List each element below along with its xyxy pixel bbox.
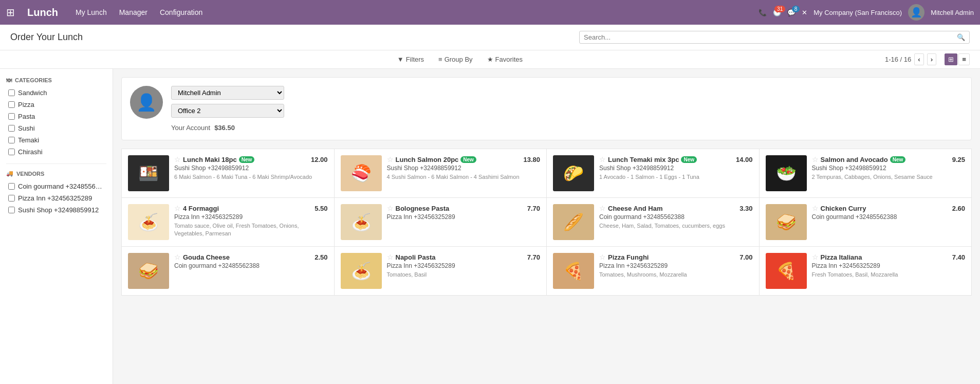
product-vendor: Sushi Shop +32498859912 (599, 164, 753, 172)
favorite-star-icon[interactable]: ☆ (812, 155, 819, 163)
product-card[interactable]: 🍝 ☆ 4 Formaggi 5.50 Pizza Inn +324563252… (122, 198, 334, 246)
product-vendor: Sushi Shop +32498859912 (812, 164, 966, 172)
view-toggle: ⊞ ≡ (945, 53, 970, 65)
favorite-star-icon[interactable]: ☆ (174, 155, 181, 163)
vendor-checkbox[interactable] (8, 207, 15, 213)
account-balance: $36.50 (214, 124, 235, 132)
product-card[interactable]: 🌮 ☆ Lunch Temaki mix 3pc New 14.00 Sushi… (547, 149, 759, 197)
product-card[interactable]: 🍱 ☆ Lunch Maki 18pc New 12.00 Sushi Shop… (122, 149, 334, 197)
groupby-button[interactable]: ≡ Group By (435, 54, 476, 65)
product-image: 🌮 (553, 155, 594, 191)
message-icon[interactable]: 💬 8 (787, 9, 796, 16)
category-label: Pasta (18, 113, 35, 120)
category-item-temaki[interactable]: Temaki (6, 135, 106, 145)
product-card[interactable]: 🥪 ☆ Chicken Curry 2.60 Coin gourmand +32… (760, 198, 972, 246)
product-description: 4 Sushi Salmon - 6 Maki Salmon - 4 Sashi… (387, 173, 541, 181)
app-grid-icon[interactable]: ⊞ (6, 6, 15, 19)
favorite-star-icon[interactable]: ☆ (599, 253, 606, 261)
product-vendor: Pizza Inn +32456325289 (387, 262, 541, 269)
category-item-pasta[interactable]: Pasta (6, 111, 106, 122)
favorite-star-icon[interactable]: ☆ (174, 253, 181, 261)
favorite-star-icon[interactable]: ☆ (174, 204, 181, 212)
list-view-button[interactable]: ≡ (958, 53, 970, 65)
product-header: ☆ Cheese And Ham 3.30 (599, 204, 753, 212)
phone-icon[interactable]: 📞 (759, 9, 767, 16)
category-item-sushi[interactable]: Sushi (6, 123, 106, 134)
category-item-pizza[interactable]: Pizza (6, 99, 106, 110)
product-card[interactable]: 🍕 ☆ Pizza Funghi 7.00 Pizza Inn +3245632… (547, 247, 759, 295)
favorite-star-icon[interactable]: ☆ (599, 204, 606, 212)
menu-manager[interactable]: Manager (114, 5, 153, 20)
product-image: 🍕 (766, 253, 807, 289)
favorite-star-icon[interactable]: ☆ (387, 253, 394, 261)
product-price: 12.00 (311, 156, 328, 163)
vendor-checkbox[interactable] (8, 195, 15, 202)
product-card[interactable]: 🍕 ☆ Pizza Italiana 7.40 Pizza Inn +32456… (760, 247, 972, 295)
product-header: ☆ Salmon and Avocado New 9.25 (812, 155, 966, 163)
product-price: 9.25 (952, 156, 965, 163)
favorite-star-icon[interactable]: ☆ (812, 253, 819, 261)
category-checkbox[interactable] (8, 113, 15, 120)
product-info: ☆ Pizza Funghi 7.00 Pizza Inn +324563252… (599, 253, 753, 279)
category-item-sandwich[interactable]: Sandwich (6, 87, 106, 98)
vendor-item-2[interactable]: Sushi Shop +32498859912 (6, 205, 106, 215)
search-icon[interactable]: 🔍 (957, 33, 965, 41)
menu-my-lunch[interactable]: My Lunch (70, 5, 112, 20)
favorite-star-icon[interactable]: ☆ (387, 155, 394, 163)
categories-list: SandwichPizzaPastaSushiTemakiChirashi (6, 87, 106, 157)
app-brand: Lunch (27, 7, 58, 19)
search-input[interactable] (584, 33, 957, 41)
product-card[interactable]: 🥗 ☆ Salmon and Avocado New 9.25 Sushi Sh… (760, 149, 972, 197)
location-select[interactable]: Office 2 (171, 104, 284, 118)
product-description: Cheese, Ham, Salad, Tomatoes, cucumbers,… (599, 222, 753, 230)
product-price: 3.30 (739, 205, 752, 212)
favorites-button[interactable]: ★ Favorites (484, 54, 526, 65)
vendor-icon: 🚚 (6, 170, 13, 177)
filters-button[interactable]: ▼ Filters (394, 54, 427, 65)
product-card[interactable]: 🥪 ☆ Gouda Cheese 2.50 Coin gourmand +324… (122, 247, 334, 295)
menu-configuration[interactable]: Configuration (155, 5, 208, 20)
category-label: Chirashi (18, 148, 43, 156)
user-avatar[interactable]: 👤 (908, 4, 924, 21)
favorite-star-icon[interactable]: ☆ (812, 204, 819, 212)
product-grid: 🍱 ☆ Lunch Maki 18pc New 12.00 Sushi Shop… (122, 149, 971, 295)
top-navigation: ⊞ Lunch My Lunch Manager Configuration 📞… (0, 0, 980, 25)
next-page-button[interactable]: › (927, 53, 936, 65)
product-card[interactable]: 🥖 ☆ Cheese And Ham 3.30 Coin gourmand +3… (547, 198, 759, 246)
product-vendor: Pizza Inn +32456325289 (599, 262, 753, 269)
product-card[interactable]: 🍣 ☆ Lunch Salmon 20pc New 13.80 Sushi Sh… (335, 149, 547, 197)
product-card[interactable]: 🍝 ☆ Napoli Pasta 7.70 Pizza Inn +3245632… (335, 247, 547, 295)
vendor-item-0[interactable]: Coin gourmand +3248556… (6, 181, 106, 192)
vendor-item-1[interactable]: Pizza Inn +32456325289 (6, 193, 106, 204)
grid-view-button[interactable]: ⊞ (945, 53, 957, 65)
product-info: ☆ Salmon and Avocado New 9.25 Sushi Shop… (812, 155, 966, 181)
product-image: 🥖 (553, 204, 594, 240)
favorite-star-icon[interactable]: ☆ (599, 155, 606, 163)
category-checkbox[interactable] (8, 125, 15, 132)
product-card[interactable]: 🍝 ☆ Bolognese Pasta 7.70 Pizza Inn +3245… (335, 198, 547, 246)
product-vendor: Sushi Shop +32498859912 (174, 164, 328, 172)
product-name: Pizza Italiana (821, 253, 862, 261)
category-checkbox[interactable] (8, 101, 15, 108)
product-name: 4 Formaggi (183, 205, 219, 212)
product-price: 7.00 (739, 253, 752, 261)
product-price: 2.60 (952, 205, 965, 212)
close-icon[interactable]: ✕ (802, 9, 807, 16)
category-item-chirashi[interactable]: Chirashi (6, 147, 106, 157)
user-select[interactable]: Mitchell Admin (171, 86, 284, 100)
product-price: 7.40 (952, 253, 965, 261)
vendor-label: Coin gourmand +3248556… (18, 182, 102, 190)
category-checkbox[interactable] (8, 89, 15, 96)
clock-icon[interactable]: 🕐 31 (773, 9, 781, 16)
category-checkbox[interactable] (8, 149, 15, 155)
product-info: ☆ Napoli Pasta 7.70 Pizza Inn +324563252… (387, 253, 541, 279)
product-image: 🥗 (766, 155, 807, 191)
category-checkbox[interactable] (8, 137, 15, 143)
filter-icon: ▼ (397, 56, 404, 63)
vendor-checkbox[interactable] (8, 183, 15, 190)
vendors-title: 🚚 VENDORS (6, 170, 106, 177)
product-header: ☆ 4 Formaggi 5.50 (174, 204, 328, 212)
user-select-field: Mitchell Admin (171, 86, 284, 100)
favorite-star-icon[interactable]: ☆ (387, 204, 394, 212)
prev-page-button[interactable]: ‹ (914, 53, 923, 65)
